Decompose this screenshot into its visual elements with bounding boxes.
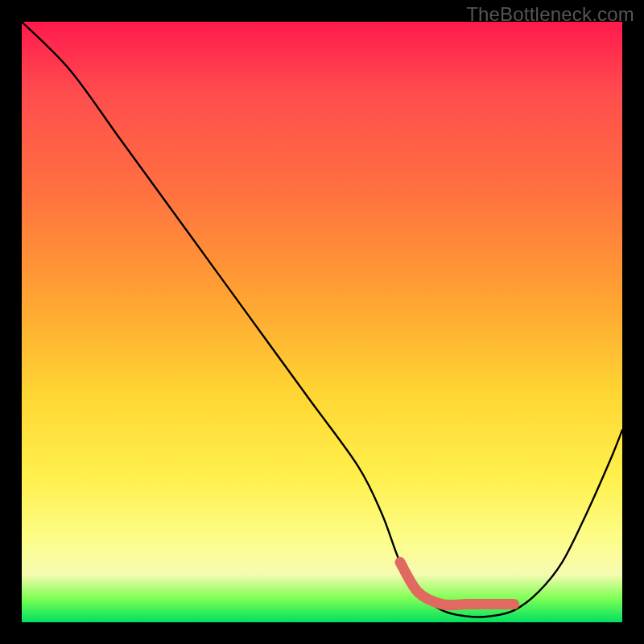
chart-plot-area <box>22 22 622 622</box>
curve-line <box>22 22 622 617</box>
bottleneck-curve <box>22 22 622 622</box>
chart-frame: TheBottleneck.com <box>0 0 644 644</box>
curve-highlight <box>400 562 514 605</box>
watermark-text: TheBottleneck.com <box>466 3 634 26</box>
